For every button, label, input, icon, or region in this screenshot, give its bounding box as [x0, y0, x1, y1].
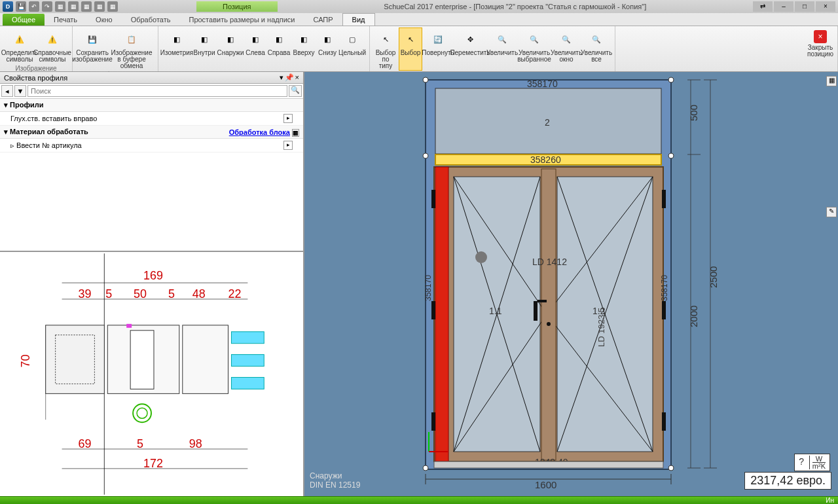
svg-point-77 [423, 153, 428, 158]
search-button[interactable]: 🔍 [289, 85, 302, 97]
close-button[interactable]: × [816, 1, 835, 12]
save-image-button[interactable]: 💾 Сохранить изображение [77, 27, 108, 71]
prop-row-article[interactable]: ▹ Ввести № артикула ▸ [0, 139, 303, 153]
svg-rect-88 [662, 412, 666, 431]
zoom-selected-button[interactable]: 🔍Увеличить выбранное [518, 27, 551, 71]
qat-icon[interactable]: ▦ [94, 1, 105, 12]
svg-text:358170: 358170 [660, 275, 669, 301]
svg-text:172: 172 [143, 457, 163, 470]
svg-text:2000: 2000 [688, 306, 699, 327]
swap-icon[interactable]: ⇄ [753, 1, 773, 12]
undo-icon[interactable]: ↶ [29, 1, 39, 12]
bottom-button[interactable]: ◧Снизу [317, 27, 338, 64]
zoom-button[interactable]: 🔍Увеличить [488, 27, 517, 71]
viewport-3d[interactable]: 2 358170 358260 [304, 72, 838, 496]
svg-rect-9 [231, 377, 264, 389]
svg-rect-84 [431, 301, 435, 319]
select-type-button[interactable]: ↖Выбор по типу [374, 27, 397, 71]
block-icon[interactable]: ▦ [292, 129, 299, 137]
main-area: Свойства профиля ▾📌× ◂ ▼ 🔍 ▾ Профили Глу… [0, 72, 838, 496]
app-icon[interactable]: D [3, 1, 13, 12]
qat-icon[interactable]: ▦ [81, 1, 92, 12]
pin-icon[interactable]: ▾ [280, 73, 283, 82]
svg-rect-83 [431, 190, 435, 208]
cube-icon: ◧ [295, 30, 313, 48]
select-button[interactable]: ↖Выбор [399, 27, 422, 71]
rotate-button[interactable]: 🔄Повернуть [424, 27, 452, 71]
tab-file[interactable]: Общее [3, 14, 45, 26]
close-panel-icon[interactable]: × [295, 73, 299, 82]
section-material[interactable]: ▾ Материал обработать Обработка блока ▦ [0, 126, 303, 139]
tab-cad[interactable]: САПР [304, 14, 342, 26]
define-symbols-button[interactable]: ⚠️ Определить символы [4, 27, 35, 64]
svg-text:2500: 2500 [708, 266, 719, 288]
save-image-icon: 💾 [83, 30, 101, 48]
tab-dimensions[interactable]: Проставить размеры и надписи [179, 14, 304, 26]
properties-header: Свойства профиля ▾📌× [0, 72, 303, 84]
zoom-icon: 🔍 [587, 30, 606, 48]
svg-rect-59 [434, 461, 663, 468]
top-button[interactable]: ◧Вверху [292, 27, 316, 64]
section-profiles[interactable]: ▾ Профили [0, 99, 303, 112]
price-label: 2317,42 евро. [744, 472, 831, 490]
profile-cross-section[interactable]: 169 39 5 50 5 48 22 70 69 5 98 172 [0, 251, 303, 496]
qat-icon[interactable]: ▦ [107, 1, 118, 12]
filter-icon[interactable]: ▼ [14, 85, 26, 97]
right-button[interactable]: ◧Справа [267, 27, 291, 64]
svg-text:358170: 358170 [527, 79, 558, 89]
svg-text:LD 1923,5: LD 1923,5 [596, 308, 606, 347]
cursor-icon: ↖ [376, 30, 395, 48]
svg-rect-35 [435, 167, 448, 461]
svg-point-51 [547, 322, 551, 326]
back-icon[interactable]: ◂ [1, 85, 13, 97]
block-processing-link[interactable]: Обработка блока [229, 128, 290, 136]
vp-tool-icon[interactable]: ▦ [826, 76, 837, 86]
arrow-right-icon[interactable]: ▸ [283, 141, 293, 150]
svg-text:22: 22 [228, 287, 241, 300]
zoom-window-button[interactable]: 🔍Увеличить окно [552, 27, 581, 71]
search-input[interactable] [27, 85, 287, 97]
svg-text:5: 5 [105, 287, 112, 300]
move-button[interactable]: ✥Переместить [454, 27, 486, 71]
close-position-button[interactable]: × Закрыть позицию [807, 27, 833, 62]
svg-rect-6 [183, 325, 228, 394]
minimize-button[interactable]: – [774, 1, 793, 12]
whole-button[interactable]: ▢Цельный [339, 27, 365, 64]
svg-point-78 [668, 153, 674, 158]
outside-label: Снаружи [310, 471, 342, 480]
zoom-all-button[interactable]: 🔍Увеличить все [582, 27, 611, 71]
svg-text:69: 69 [78, 437, 91, 450]
inside-button[interactable]: ◧Внутри [192, 27, 216, 64]
vp-tool-icon[interactable]: ✎ [826, 207, 837, 217]
pin-icon[interactable]: 📌 [285, 73, 294, 82]
window-title: SchueCal 2017 enterprise - [Позиция "2" … [278, 3, 754, 10]
tab-window[interactable]: Окно [86, 14, 122, 26]
tab-view[interactable]: Вид [342, 13, 375, 26]
ribbon-group-image1: ⚠️ Определить символы ⚠️ Справочные симв… [0, 26, 73, 71]
svg-point-26 [137, 408, 147, 418]
svg-point-75 [423, 77, 428, 82]
isometry-button[interactable]: ◧Изометрия [162, 27, 191, 64]
svg-text:39: 39 [78, 287, 91, 300]
left-button[interactable]: ◧Слева [245, 27, 266, 64]
svg-rect-8 [231, 355, 264, 367]
outside-button[interactable]: ◧Снаружи [217, 27, 244, 64]
prop-row-insert-right[interactable]: Глух.ств. вставить вправо ▸ [0, 112, 303, 126]
save-icon[interactable]: 💾 [16, 1, 26, 12]
move-icon: ✥ [461, 30, 479, 48]
qat-icon[interactable]: ▦ [68, 1, 79, 12]
maximize-button[interactable]: □ [795, 1, 814, 12]
dim-top-total: 169 [143, 269, 163, 282]
qat-icon[interactable]: ▦ [55, 1, 65, 12]
cube-icon: ◧ [168, 30, 186, 48]
image-clipboard-button[interactable]: 📋 Изображение в буфере обмена [109, 27, 154, 71]
arrow-right-icon[interactable]: ▸ [283, 114, 293, 123]
warning-icon: ⚠️ [43, 30, 62, 48]
tab-print[interactable]: Печать [45, 14, 86, 26]
svg-rect-7 [231, 332, 264, 344]
reference-symbols-button[interactable]: ⚠️ Справочные символы [37, 27, 68, 64]
svg-text:1.1: 1.1 [489, 306, 502, 316]
svg-rect-2 [46, 325, 105, 394]
redo-icon[interactable]: ↷ [42, 1, 52, 12]
tab-edit[interactable]: Обработать [122, 14, 180, 26]
